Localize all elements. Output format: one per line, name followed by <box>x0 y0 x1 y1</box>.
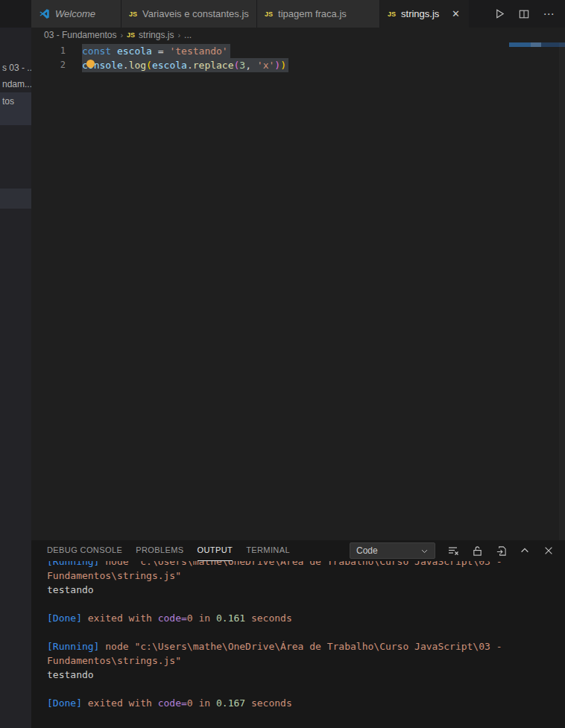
tab-label: strings.js <box>401 8 439 19</box>
panel-tab-problems[interactable]: PROBLEMS <box>136 541 183 561</box>
breadcrumb-file[interactable]: strings.js <box>139 30 174 40</box>
code-line[interactable]: 2 console.log(escola.replace(3, 'x')) <box>31 58 565 72</box>
output-line: [Running] node "c:\Users\mathe\OneDrive\… <box>47 561 565 569</box>
open-log-file-icon[interactable] <box>495 545 507 557</box>
panel-tab-debug-console[interactable]: DEBUG CONSOLE <box>47 541 122 561</box>
output-line: [Done] exited with code=0 in 0.167 secon… <box>47 696 565 710</box>
chevron-right-icon: › <box>177 31 180 39</box>
editor-tab-bar: Welcome JS Variaveis e constantes.js JS … <box>31 0 565 28</box>
breadcrumb-more[interactable]: ... <box>184 30 192 40</box>
sidebar-strip: s 03 - ... ndam... tos <box>0 0 31 728</box>
output-line <box>47 682 565 696</box>
sidebar-item-truncated[interactable]: tos <box>0 96 31 107</box>
output-line <box>47 597 565 611</box>
output-line: [Running] node "c:\Users\mathe\OneDrive\… <box>47 639 565 653</box>
run-code-button[interactable] <box>493 7 506 21</box>
more-actions-button[interactable]: ⋯ <box>542 7 555 21</box>
line-number: 2 <box>31 58 66 72</box>
output-line: testando <box>47 583 565 597</box>
output-line: [Done] exited with code=0 in 0.161 secon… <box>47 611 565 625</box>
javascript-file-icon: JS <box>388 10 396 18</box>
tab-label: Variaveis e constantes.js <box>142 8 249 19</box>
line-number: 1 <box>31 44 66 58</box>
javascript-file-icon: JS <box>265 10 273 18</box>
output-line <box>47 625 565 639</box>
panel-header: DEBUG CONSOLE PROBLEMS OUTPUT TERMINAL C… <box>31 540 565 561</box>
panel-tab-output[interactable]: OUTPUT <box>198 541 233 561</box>
vscode-logo-icon <box>39 8 50 19</box>
split-editor-button[interactable] <box>517 7 531 21</box>
output-log: [Running] node "c:\Users\mathe\OneDrive\… <box>31 561 565 728</box>
sidebar-highlight-band <box>0 189 31 209</box>
maximize-panel-icon[interactable] <box>519 545 531 557</box>
output-channel-value: Code <box>356 545 378 556</box>
tab-tipagem-fraca[interactable]: JS tipagem fraca.js <box>257 0 380 28</box>
output-line: testando <box>47 668 565 682</box>
panel-controls: Code <box>350 542 565 559</box>
sidebar-item-truncated[interactable]: s 03 - ... <box>0 63 31 73</box>
unlock-auto-scroll-icon[interactable] <box>471 545 483 557</box>
clear-output-icon[interactable] <box>447 545 459 557</box>
javascript-file-icon: JS <box>127 31 135 39</box>
chevron-right-icon: › <box>120 31 123 39</box>
breadcrumb-folder[interactable]: 03 - Fundamentos <box>44 30 116 40</box>
minimap-selection-bar[interactable] <box>509 42 565 47</box>
close-panel-icon[interactable] <box>543 545 555 557</box>
tab-variaveis-e-constantes[interactable]: JS Variaveis e constantes.js <box>121 0 257 28</box>
code-editor[interactable]: 1 const escola = 'testando' 2 console.lo… <box>31 42 565 540</box>
code-line[interactable]: 1 const escola = 'testando' <box>31 44 565 58</box>
yellow-dot-decoration <box>86 60 95 68</box>
close-icon[interactable]: ✕ <box>450 8 461 19</box>
tab-label: tipagem fraca.js <box>278 8 347 19</box>
output-channel-select[interactable]: Code <box>350 542 435 559</box>
chevron-down-icon <box>420 547 429 555</box>
editor-scrollbar[interactable] <box>559 42 565 540</box>
code-text[interactable]: const escola = 'testando' <box>82 44 230 58</box>
output-line: Fundamentos\strings.js" <box>47 653 565 668</box>
panel-tab-terminal[interactable]: TERMINAL <box>246 541 290 561</box>
code-text[interactable]: console.log(escola.replace(3, 'x')) <box>82 58 288 72</box>
breadcrumb: 03 - Fundamentos › JS strings.js › ... <box>31 28 565 42</box>
editor-actions: ⋯ <box>493 0 565 28</box>
javascript-file-icon: JS <box>129 10 137 18</box>
bottom-panel: DEBUG CONSOLE PROBLEMS OUTPUT TERMINAL C… <box>31 540 565 728</box>
sidebar-corner <box>0 0 31 28</box>
sidebar-item-truncated[interactable]: ndam... <box>0 79 31 89</box>
tab-label: Welcome <box>55 8 95 19</box>
tab-welcome[interactable]: Welcome <box>31 0 121 28</box>
output-line: Fundamentos\strings.js" <box>47 569 565 583</box>
tab-strings[interactable]: JS strings.js ✕ <box>380 0 470 28</box>
